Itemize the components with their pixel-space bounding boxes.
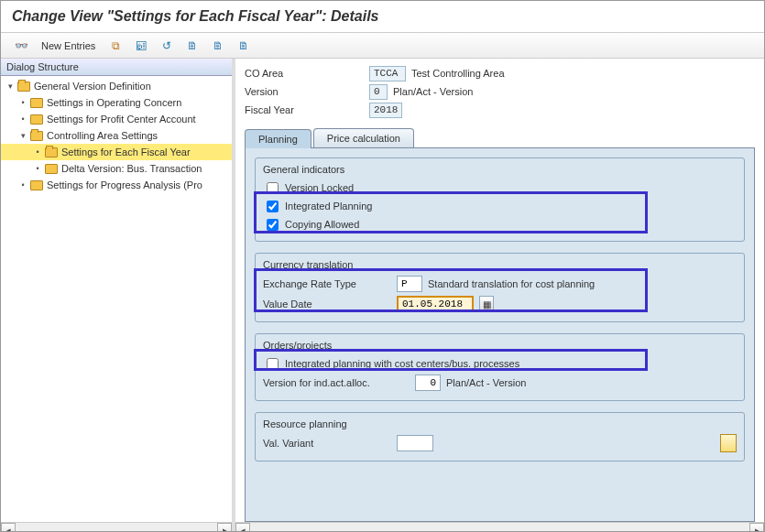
version-ind-desc: Plan/Act - Version [446, 377, 526, 388]
version-desc: Plan/Act - Version [393, 86, 473, 97]
copying-allowed-label: Copying Allowed [285, 219, 359, 230]
scroll-left-icon[interactable]: ◂ [235, 523, 250, 532]
integrated-cc-checkbox[interactable] [267, 358, 279, 370]
bullet-icon: • [32, 164, 43, 173]
tab-price-calculation[interactable]: Price calculation [313, 128, 414, 147]
version-locked-checkbox[interactable] [267, 182, 279, 194]
group-general-indicators: General indicators Version Locked Integr… [255, 157, 745, 242]
folder-open-icon [30, 131, 43, 141]
bullet-icon: • [17, 180, 28, 190]
bullet-icon: • [17, 98, 28, 107]
exchange-rate-type-input[interactable] [397, 276, 422, 292]
bullet-icon: • [32, 147, 43, 157]
fiscal-year-value: 2018 [369, 103, 402, 118]
fiscal-year-label: Fiscal Year [245, 104, 364, 115]
tree-node-progress-analysis[interactable]: • Settings for Progress Analysis (Pro [1, 177, 232, 193]
version-label: Version [245, 86, 364, 97]
group-currency-translation: Currency translation Exchange Rate Type … [255, 253, 745, 322]
dialog-structure-header: Dialog Structure [1, 59, 232, 76]
tab-body-planning: General indicators Version Locked Integr… [245, 148, 755, 522]
value-date-input[interactable] [397, 296, 474, 312]
tab-planning[interactable]: Planning [245, 129, 311, 148]
tree-h-scrollbar[interactable]: ◂ ▸ [1, 522, 232, 532]
tree-label: Settings for Profit Center Account [47, 114, 196, 125]
page-next-icon[interactable]: 🗎 [209, 37, 227, 55]
scroll-right-icon[interactable]: ▸ [217, 523, 232, 533]
tree-label: General Version Definition [34, 81, 151, 92]
undo-icon[interactable]: ↺ [158, 37, 176, 55]
value-date-label: Value Date [263, 299, 391, 309]
tree-label: Controlling Area Settings [47, 130, 158, 141]
tree-node-general-version-definition[interactable]: ▾ General Version Definition [1, 78, 232, 94]
document-icon[interactable] [720, 434, 737, 452]
collapse-icon[interactable]: ▾ [5, 81, 16, 91]
group-orders-projects: Orders/projects Integrated planning with… [255, 333, 745, 401]
copy-icon[interactable]: ⧉ [106, 37, 125, 55]
tab-strip: Planning Price calculation [245, 128, 755, 148]
val-variant-label: Val. Variant [263, 438, 391, 449]
tree-node-settings-each-fiscal-year[interactable]: • Settings for Each Fiscal Year [1, 144, 232, 160]
scroll-left-icon[interactable]: ◂ [1, 523, 16, 533]
folder-icon [30, 98, 43, 108]
version-locked-label: Version Locked [285, 182, 354, 193]
co-area-value: TCCA [369, 66, 406, 81]
group-title: Resource planning [263, 418, 737, 429]
integrated-planning-checkbox[interactable] [267, 201, 279, 212]
delete-icon[interactable]: 🗟 [132, 37, 150, 55]
version-value: 0 [369, 84, 388, 100]
group-title: Orders/projects [263, 340, 737, 351]
version-ind-label: Version for ind.act.alloc. [263, 377, 410, 388]
window-title: Change View "Settings for Each Fiscal Ye… [1, 1, 764, 33]
tree: ▾ General Version Definition • Settings … [1, 76, 232, 522]
group-title: General indicators [263, 164, 737, 175]
dialog-structure-pane: Dialog Structure ▾ General Version Defin… [1, 59, 235, 532]
toolbar: 👓 New Entries ⧉ 🗟 ↺ 🗎 🗎 🗎 [1, 33, 764, 59]
exchange-rate-type-label: Exchange Rate Type [263, 278, 391, 289]
tree-node-delta-version[interactable]: • Delta Version: Bus. Transaction [1, 160, 232, 177]
co-area-label: CO Area [245, 68, 364, 79]
tree-node-controlling-area-settings[interactable]: ▾ Controlling Area Settings [1, 127, 232, 144]
tree-label: Settings in Operating Concern [47, 97, 181, 108]
page-icon[interactable]: 🗎 [183, 37, 202, 55]
tree-label: Settings for Progress Analysis (Pro [47, 179, 202, 190]
integrated-planning-label: Integrated Planning [285, 201, 372, 212]
tree-node-settings-operating-concern[interactable]: • Settings in Operating Concern [1, 94, 232, 111]
new-entries-button[interactable]: New Entries [38, 37, 99, 55]
folder-icon [30, 114, 43, 125]
tree-label: Settings for Each Fiscal Year [61, 147, 191, 157]
header-fields: CO Area TCCA Test Controlling Area Versi… [235, 59, 764, 121]
exchange-rate-type-desc: Standard translation for cost planning [428, 278, 595, 289]
folder-icon [45, 164, 58, 174]
folder-icon [30, 180, 43, 190]
bullet-icon: • [17, 114, 28, 124]
tree-label: Delta Version: Bus. Transaction [61, 163, 202, 174]
co-area-desc: Test Controlling Area [411, 68, 505, 79]
page-export-icon[interactable]: 🗎 [235, 37, 253, 55]
scroll-right-icon[interactable]: ▸ [749, 523, 764, 532]
version-ind-input[interactable] [415, 375, 441, 391]
val-variant-input[interactable] [397, 435, 433, 451]
integrated-cc-label: Integrated planning with cost centers/bu… [285, 358, 519, 369]
glasses-icon[interactable]: 👓 [12, 37, 30, 55]
collapse-icon[interactable]: ▾ [17, 131, 28, 140]
folder-open-icon [17, 81, 30, 92]
content-pane: CO Area TCCA Test Controlling Area Versi… [235, 59, 764, 532]
copying-allowed-checkbox[interactable] [267, 219, 279, 231]
folder-open-icon [45, 147, 58, 157]
tree-node-settings-profit-center[interactable]: • Settings for Profit Center Account [1, 111, 232, 127]
group-title: Currency translation [263, 259, 737, 270]
group-resource-planning: Resource planning Val. Variant [255, 412, 745, 461]
value-date-f4-button[interactable]: ▦ [479, 296, 494, 312]
content-h-scrollbar[interactable]: ◂ ▸ [235, 522, 764, 532]
